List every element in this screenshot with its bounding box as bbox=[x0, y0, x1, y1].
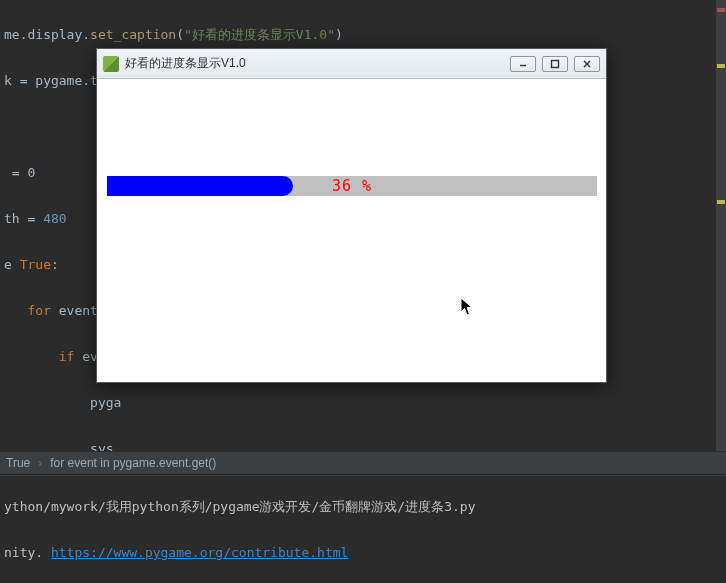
code-text: me.display. bbox=[4, 27, 90, 42]
svg-rect-1 bbox=[552, 60, 559, 67]
code-text: "好看的进度条显示V1.0" bbox=[184, 27, 335, 42]
app-icon bbox=[103, 56, 119, 72]
editor-marker-gutter[interactable] bbox=[716, 0, 726, 475]
breadcrumb-item[interactable]: for event in pygame.event.get() bbox=[50, 456, 216, 470]
run-script-path: ython/mywork/我用python系列/pygame游戏开发/金币翻牌游… bbox=[4, 496, 722, 518]
window-client-area: 36 % bbox=[97, 79, 606, 382]
code-text: True bbox=[20, 257, 51, 272]
code-text: if bbox=[59, 349, 75, 364]
code-text: e bbox=[4, 257, 20, 272]
warning-marker[interactable] bbox=[717, 200, 725, 204]
console-text: nity. bbox=[4, 545, 51, 560]
code-text: ( bbox=[176, 27, 184, 42]
code-text: for bbox=[27, 303, 50, 318]
minimize-button[interactable] bbox=[510, 56, 536, 72]
contribute-link[interactable]: https://www.pygame.org/contribute.html bbox=[51, 545, 348, 560]
breadcrumb: True › for event in pygame.event.get() bbox=[0, 451, 726, 475]
console-line: nity. https://www.pygame.org/contribute.… bbox=[4, 542, 722, 564]
code-text: ) bbox=[335, 27, 343, 42]
window-title: 好看的进度条显示V1.0 bbox=[125, 55, 504, 72]
warning-marker[interactable] bbox=[717, 64, 725, 68]
titlebar[interactable]: 好看的进度条显示V1.0 bbox=[97, 49, 606, 79]
code-text: 480 bbox=[43, 211, 66, 226]
maximize-button[interactable] bbox=[542, 56, 568, 72]
code-text: th = bbox=[4, 211, 43, 226]
breadcrumb-item[interactable]: True bbox=[6, 456, 30, 470]
code-text: = 0 bbox=[4, 165, 35, 180]
error-marker[interactable] bbox=[717, 8, 725, 12]
code-text: pyga bbox=[90, 395, 121, 410]
chevron-right-icon: › bbox=[38, 456, 42, 470]
progress-window: 好看的进度条显示V1.0 36 % bbox=[96, 48, 607, 383]
code-text: : bbox=[51, 257, 59, 272]
close-button[interactable] bbox=[574, 56, 600, 72]
window-controls bbox=[510, 56, 600, 72]
run-console[interactable]: ython/mywork/我用python系列/pygame游戏开发/金币翻牌游… bbox=[0, 475, 726, 583]
progress-label: 36 % bbox=[97, 176, 607, 196]
code-text: set_caption bbox=[90, 27, 176, 42]
